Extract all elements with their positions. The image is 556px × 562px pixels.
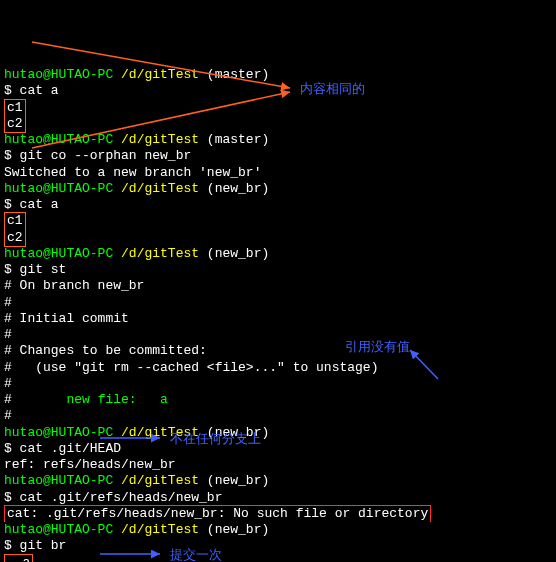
text-segment: Switched to a new branch 'new_br': [4, 165, 261, 180]
text-segment: /d/gitTest: [121, 246, 207, 261]
terminal-line: $ cat a: [4, 83, 552, 99]
highlight-box: c2: [4, 116, 26, 133]
text-segment: hutao@HUTAO-PC: [4, 67, 121, 82]
terminal-line: hutao@HUTAO-PC /d/gitTest (new_br): [4, 246, 552, 262]
text-segment: (master): [207, 132, 269, 147]
text-segment: hutao@HUTAO-PC: [4, 246, 121, 261]
highlight-box: cat: .git/refs/heads/new_br: No such fil…: [4, 505, 431, 522]
text-segment: $ git br: [4, 538, 66, 553]
terminal-line: $ cat .git/HEAD: [4, 441, 552, 457]
terminal-line: #: [4, 376, 552, 392]
text-segment: /d/gitTest: [121, 132, 207, 147]
text-segment: c2: [7, 230, 23, 245]
terminal-line: $ git co --orphan new_br: [4, 148, 552, 164]
terminal-line: hutao@HUTAO-PC /d/gitTest (master): [4, 67, 552, 83]
terminal-line: Switched to a new branch 'new_br': [4, 165, 552, 181]
terminal-line: hutao@HUTAO-PC /d/gitTest (master): [4, 132, 552, 148]
text-segment: /d/gitTest: [121, 522, 207, 537]
text-segment: #: [4, 392, 66, 407]
text-segment: (new_br): [207, 246, 269, 261]
text-segment: #: [4, 376, 12, 391]
terminal-line: # new file: a: [4, 392, 552, 408]
text-segment: hutao@HUTAO-PC: [4, 425, 121, 440]
text-segment: # Initial commit: [4, 311, 129, 326]
terminal-line: hutao@HUTAO-PC /d/gitTest (new_br): [4, 425, 552, 441]
terminal-line: ref: refs/heads/new_br: [4, 457, 552, 473]
text-segment: /d/gitTest: [121, 67, 207, 82]
text-segment: c2: [7, 116, 23, 131]
text-segment: $ git st: [4, 262, 66, 277]
text-segment: hutao@HUTAO-PC: [4, 522, 121, 537]
text-segment: c1: [7, 213, 23, 228]
text-segment: /d/gitTest: [121, 181, 207, 196]
text-segment: cat: .git/refs/heads/new_br: No such fil…: [7, 506, 428, 521]
annotation-not-on-branch: 不在任何分支上: [170, 432, 261, 448]
text-segment: (new_br): [207, 473, 269, 488]
terminal-line: # Initial commit: [4, 311, 552, 327]
text-segment: # On branch new_br: [4, 278, 144, 293]
text-segment: $ cat a: [4, 197, 59, 212]
terminal-line: c2: [4, 230, 552, 246]
text-segment: (new_br): [207, 522, 269, 537]
text-segment: c1: [7, 100, 23, 115]
terminal-line: #: [4, 295, 552, 311]
terminal-line: $ git st: [4, 262, 552, 278]
text-segment: new file: a: [66, 392, 167, 407]
text-segment: #: [4, 408, 12, 423]
text-segment: (new_br): [207, 181, 269, 196]
highlight-box: c2: [4, 230, 26, 247]
terminal-line: hutao@HUTAO-PC /d/gitTest (new_br): [4, 473, 552, 489]
terminal-line: c1: [4, 100, 552, 116]
annotation-ref-no-value: 引用没有值: [345, 340, 410, 356]
highlight-box: a: [4, 554, 33, 563]
text-segment: #: [4, 327, 12, 342]
text-segment: hutao@HUTAO-PC: [4, 181, 121, 196]
text-segment: $ cat a: [4, 83, 59, 98]
highlight-box: c1: [4, 212, 26, 229]
text-segment: # (use "git rm --cached <file>..." to un…: [4, 360, 378, 375]
text-segment: hutao@HUTAO-PC: [4, 132, 121, 147]
terminal-line: #: [4, 408, 552, 424]
highlight-box: c1: [4, 99, 26, 116]
annotation-same-content: 内容相同的: [300, 82, 365, 98]
text-segment: $ cat .git/HEAD: [4, 441, 121, 456]
text-segment: hutao@HUTAO-PC: [4, 473, 121, 488]
text-segment: $ cat .git/refs/heads/new_br: [4, 490, 222, 505]
terminal-line: # On branch new_br: [4, 278, 552, 294]
text-segment: # Changes to be committed:: [4, 343, 207, 358]
terminal-line: # Changes to be committed:: [4, 343, 552, 359]
annotation-commit-once: 提交一次: [170, 548, 222, 562]
text-segment: a: [7, 555, 30, 563]
terminal-line: hutao@HUTAO-PC /d/gitTest (new_br): [4, 522, 552, 538]
terminal-line: $ git br: [4, 538, 552, 554]
text-segment: (master): [207, 67, 269, 82]
text-segment: /d/gitTest: [121, 473, 207, 488]
terminal-line: c1: [4, 213, 552, 229]
terminal-line: hutao@HUTAO-PC /d/gitTest (new_br): [4, 181, 552, 197]
terminal-line: $ cat .git/refs/heads/new_br: [4, 490, 552, 506]
text-segment: #: [4, 295, 12, 310]
text-segment: ref: refs/heads/new_br: [4, 457, 176, 472]
terminal-line: cat: .git/refs/heads/new_br: No such fil…: [4, 506, 552, 522]
text-segment: $ git co --orphan new_br: [4, 148, 191, 163]
terminal-output: hutao@HUTAO-PC /d/gitTest (master)$ cat …: [4, 67, 552, 562]
terminal-line: $ cat a: [4, 197, 552, 213]
terminal-line: # (use "git rm --cached <file>..." to un…: [4, 360, 552, 376]
terminal-line: #: [4, 327, 552, 343]
terminal-line: c2: [4, 116, 552, 132]
terminal-line: a: [4, 555, 552, 563]
